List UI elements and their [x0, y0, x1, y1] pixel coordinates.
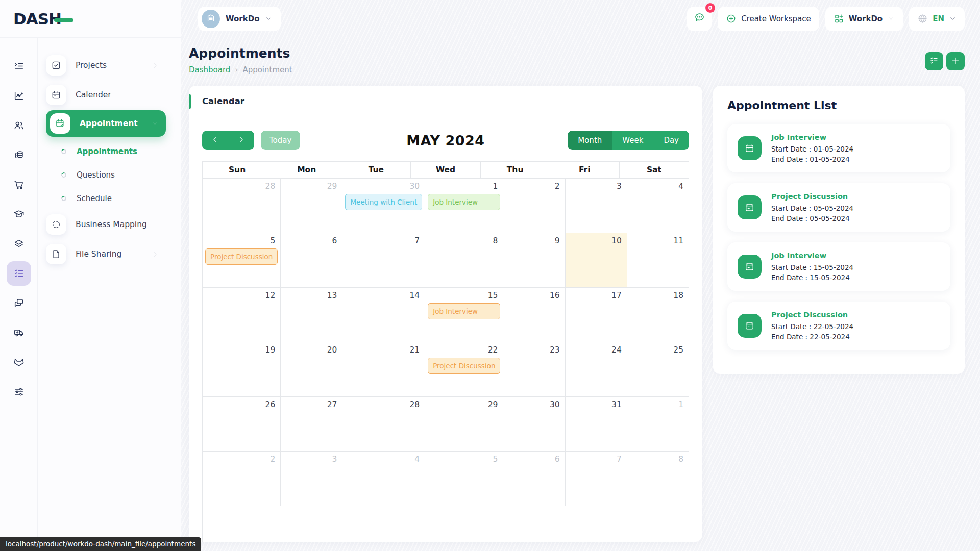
appointment-start-date: Start Date : 01-05-2024	[771, 145, 853, 153]
calendar-day-cell[interactable]: 6	[503, 452, 565, 506]
rail-item-fox[interactable]	[7, 350, 31, 374]
calendar-day-cell[interactable]: 1Job Interview	[425, 179, 503, 233]
day-number: 7	[344, 235, 423, 248]
rail-item-cart[interactable]	[7, 172, 31, 197]
day-number: 12	[204, 289, 279, 303]
calendar-day-cell[interactable]: 24	[566, 342, 627, 397]
calendar-day-cell[interactable]: 25	[627, 342, 689, 397]
calendar-day-cell[interactable]: 2	[503, 179, 565, 233]
calendar-day-cell[interactable]: 28	[342, 397, 425, 452]
calendar-day-cell[interactable]: 2	[203, 452, 281, 506]
appointment-list-item[interactable]: Job Interview Start Date : 01-05-2024 En…	[727, 124, 950, 172]
calendar-event[interactable]: Job Interview	[428, 194, 500, 210]
calendar-event[interactable]: Project Discussion	[205, 248, 278, 265]
calendar-day-cell[interactable]: 14	[342, 288, 425, 342]
rail-item-users[interactable]	[7, 113, 31, 138]
calendar-month-title: MAY 2024	[406, 133, 484, 148]
calendar-day-cell[interactable]: 13	[281, 288, 342, 342]
calendar-day-cell[interactable]: 30Meeting with Client	[342, 179, 425, 233]
calendar-day-cell[interactable]: 7	[566, 452, 627, 506]
calendar-day-cell[interactable]: 16	[503, 288, 565, 342]
sidebar-subitem-appointments[interactable]: Appointments	[46, 140, 166, 163]
rail-item-chat[interactable]	[7, 291, 31, 315]
rail-item-analytics[interactable]	[7, 84, 31, 108]
calendar-day-cell[interactable]: 21	[342, 342, 425, 397]
calendar-day-cell[interactable]: 6	[281, 233, 342, 288]
workspace-selector[interactable]: WorkDo	[198, 7, 281, 31]
calendar-day-cell[interactable]: 3	[566, 179, 627, 233]
day-number: 20	[282, 344, 340, 357]
day-number: 9	[505, 235, 563, 248]
day-cells: 28 29 30Meeting with Client 1Job Intervi…	[203, 179, 689, 506]
appointment-list-item[interactable]: Project Discussion Start Date : 22-05-20…	[727, 302, 950, 350]
calcheck-icon	[50, 113, 70, 134]
calendar-day-cell[interactable]: 29	[281, 179, 342, 233]
messages-button[interactable]: 0	[687, 7, 712, 31]
calendar-day-cell[interactable]: 17	[566, 288, 627, 342]
rail-item-layers[interactable]	[7, 232, 31, 256]
chevron-right-icon	[151, 62, 159, 69]
calendar-day-cell[interactable]: 5	[425, 452, 503, 506]
calendar-day-cell[interactable]: 1	[627, 397, 689, 452]
calendar-day-cell[interactable]: 30	[503, 397, 565, 452]
calendar-event[interactable]: Meeting with Client	[345, 194, 422, 210]
appointment-list-view-button[interactable]	[925, 52, 943, 70]
view-week-button[interactable]: Week	[612, 131, 653, 150]
calendar-day-cell[interactable]: 5Project Discussion	[203, 233, 281, 288]
calendar-day-cell[interactable]: 27	[281, 397, 342, 452]
logo[interactable]: DASH	[0, 0, 181, 37]
calendar-event[interactable]: Job Interview	[428, 303, 500, 319]
workdo-menu-button[interactable]: WorkDo	[825, 7, 903, 31]
sidebar-item-file-sharing[interactable]: File Sharing	[46, 240, 166, 268]
create-workspace-button[interactable]: Create Workspace	[718, 7, 819, 31]
appointment-list-item[interactable]: Job Interview Start Date : 15-05-2024 En…	[727, 242, 950, 291]
calendar-day-cell[interactable]: 10	[566, 233, 627, 288]
calendar-day-cell[interactable]: 28	[203, 179, 281, 233]
rail-item-education[interactable]	[7, 202, 31, 227]
calendar-day-cell[interactable]: 8	[627, 452, 689, 506]
chevron-right-icon	[237, 135, 246, 145]
today-button[interactable]: Today	[261, 131, 300, 150]
rail-item-checklist[interactable]	[7, 261, 31, 286]
calendar-day-cell[interactable]: 22Project Discussion	[425, 342, 503, 397]
calendar-day-cell[interactable]: 20	[281, 342, 342, 397]
next-month-button[interactable]	[228, 131, 254, 150]
calendar-day-cell[interactable]: 12	[203, 288, 281, 342]
calendar-day-cell[interactable]: 29	[425, 397, 503, 452]
calendar-day-cell[interactable]: 31	[566, 397, 627, 452]
view-day-button[interactable]: Day	[653, 131, 689, 150]
calendar-event[interactable]: Project Discussion	[428, 358, 500, 374]
appointment-list-item[interactable]: Project Discussion Start Date : 05-05-20…	[727, 183, 950, 232]
prev-month-button[interactable]	[202, 131, 228, 150]
rail-item-finance[interactable]	[7, 143, 31, 167]
calendar-day-cell[interactable]: 18	[627, 288, 689, 342]
calendar-day-cell[interactable]: 19	[203, 342, 281, 397]
view-month-button[interactable]: Month	[568, 131, 612, 150]
calendar-day-cell[interactable]: 3	[281, 452, 342, 506]
day-number: 2	[204, 453, 279, 466]
add-appointment-button[interactable]	[946, 52, 965, 70]
sidebar-item-appointment[interactable]: Appointment	[46, 110, 166, 137]
rail-item-tasks[interactable]	[7, 54, 31, 79]
calendar-day-cell[interactable]: 11	[627, 233, 689, 288]
sidebar-item-business-mapping[interactable]: Business Mapping	[46, 210, 166, 239]
breadcrumb-dashboard-link[interactable]: Dashboard	[189, 65, 230, 74]
sidebar-subitem-questions[interactable]: Questions	[46, 163, 166, 187]
calendar-day-cell[interactable]: 4	[627, 179, 689, 233]
day-number: 26	[204, 398, 279, 412]
calendar-day-cell[interactable]: 7	[342, 233, 425, 288]
calendar-day-cell[interactable]: 26	[203, 397, 281, 452]
sidebar-item-calender[interactable]: Calender	[46, 81, 166, 109]
calendar-day-cell[interactable]: 9	[503, 233, 565, 288]
rail-item-truck[interactable]	[7, 320, 31, 345]
appointment-end-date: End Date : 22-05-2024	[771, 333, 853, 341]
calendar-day-cell[interactable]: 23	[503, 342, 565, 397]
sidebar-subitem-schedule[interactable]: Schedule	[46, 187, 166, 210]
checklist-icon	[13, 268, 24, 279]
calendar-day-cell[interactable]: 15Job Interview	[425, 288, 503, 342]
language-selector[interactable]: EN	[909, 7, 965, 31]
rail-item-sliders[interactable]	[7, 380, 31, 404]
sidebar-item-projects[interactable]: Projects	[46, 51, 166, 80]
calendar-day-cell[interactable]: 4	[342, 452, 425, 506]
calendar-day-cell[interactable]: 8	[425, 233, 503, 288]
